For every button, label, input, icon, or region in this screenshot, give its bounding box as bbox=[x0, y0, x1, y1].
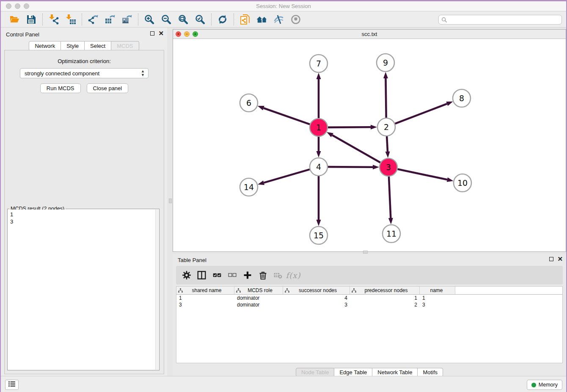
tab-mcds[interactable]: MCDS bbox=[111, 41, 139, 51]
graph-node-14[interactable]: 14 bbox=[240, 178, 258, 196]
graph-node-7[interactable]: 7 bbox=[310, 55, 328, 72]
show-columns-icon[interactable] bbox=[195, 269, 208, 282]
run-mcds-button[interactable]: Run MCDS bbox=[40, 83, 81, 93]
graph-edge-3-11[interactable] bbox=[388, 177, 393, 224]
table-row[interactable]: 3dominator323 bbox=[176, 301, 562, 308]
svg-text:11: 11 bbox=[386, 229, 396, 238]
open-file-icon[interactable] bbox=[6, 13, 23, 26]
unselect-all-columns-icon[interactable] bbox=[226, 269, 239, 282]
tab-edge-table[interactable]: Edge Table bbox=[334, 368, 372, 377]
clone-network-icon[interactable] bbox=[237, 13, 253, 26]
graph-edge-3-10[interactable] bbox=[398, 169, 454, 182]
zoom-selected-icon[interactable] bbox=[192, 13, 209, 26]
graph-node-9[interactable]: 9 bbox=[377, 54, 394, 72]
task-history-button[interactable] bbox=[5, 380, 19, 390]
delete-rows-icon[interactable] bbox=[256, 269, 269, 282]
graph-edge-2-3[interactable] bbox=[385, 136, 390, 158]
graph-node-8[interactable]: 8 bbox=[453, 89, 471, 107]
mcds-result-item: 3 bbox=[10, 218, 153, 225]
graph-node-1[interactable]: 1 bbox=[310, 119, 328, 136]
svg-text:1: 1 bbox=[316, 123, 321, 132]
splitter-grip-horizontal[interactable] bbox=[363, 251, 368, 254]
search-input[interactable] bbox=[447, 15, 561, 24]
hierarchy-icon bbox=[285, 288, 289, 293]
table-panel-title: Table Panel bbox=[178, 257, 206, 263]
column-header-name[interactable]: name bbox=[420, 287, 455, 294]
svg-text:7: 7 bbox=[316, 59, 321, 68]
export-image-icon[interactable] bbox=[118, 13, 135, 26]
graph-edge-4-14[interactable] bbox=[258, 169, 310, 185]
graph-node-10[interactable]: 10 bbox=[454, 174, 471, 192]
table-body: 1dominator4113dominator323 bbox=[176, 295, 562, 308]
table-cell: 3 bbox=[420, 301, 455, 308]
mcds-result-list[interactable]: 13 bbox=[8, 210, 155, 370]
table-cell: 3 bbox=[176, 301, 234, 308]
graph-edge-2-8[interactable] bbox=[395, 102, 453, 124]
tab-motifs[interactable]: Motifs bbox=[418, 368, 443, 377]
table-header-row: shared nameMCDS rolesuccessor nodesprede… bbox=[176, 287, 562, 295]
tab-style[interactable]: Style bbox=[61, 41, 85, 51]
table-footer-strip bbox=[176, 363, 563, 368]
table-cell: 1 bbox=[420, 295, 455, 301]
column-header-shared-name[interactable]: shared name bbox=[176, 287, 234, 294]
settings-gear-icon[interactable] bbox=[180, 269, 193, 282]
column-header-successor-nodes[interactable]: successor nodes bbox=[283, 287, 350, 294]
export-table-icon[interactable] bbox=[102, 13, 118, 26]
svg-text:14: 14 bbox=[244, 182, 254, 192]
graph-edge-1-7[interactable] bbox=[317, 73, 321, 118]
network-canvas[interactable]: 7968124314101511 bbox=[173, 39, 566, 251]
graph-edge-4-15[interactable] bbox=[317, 176, 321, 226]
search-field[interactable] bbox=[438, 15, 562, 25]
graph-edge-2-9[interactable] bbox=[383, 72, 388, 118]
float-panel-icon[interactable] bbox=[150, 31, 154, 36]
zoom-out-icon[interactable] bbox=[158, 13, 175, 26]
zoom-fit-icon[interactable] bbox=[175, 13, 192, 26]
search-icon bbox=[441, 17, 447, 23]
column-header-predecessor-nodes[interactable]: predecessor nodes bbox=[350, 287, 420, 294]
graph-edge-1-4[interactable] bbox=[317, 137, 321, 157]
graph-edge-1-6[interactable] bbox=[258, 106, 310, 124]
table-row[interactable]: 1dominator411 bbox=[176, 295, 562, 301]
graph-node-15[interactable]: 15 bbox=[310, 226, 328, 244]
optimization-criterion-select[interactable]: strongly connected component ▲▼ bbox=[20, 68, 149, 78]
tab-node-table[interactable]: Node Table bbox=[296, 368, 335, 377]
graph-node-4[interactable]: 4 bbox=[310, 158, 328, 176]
close-panel-button[interactable]: Close panel bbox=[87, 83, 129, 93]
close-table-panel-icon[interactable]: ✕ bbox=[557, 257, 563, 261]
svg-text:9: 9 bbox=[383, 58, 388, 67]
delete-table-icon bbox=[272, 269, 284, 282]
graph-node-2[interactable]: 2 bbox=[377, 118, 395, 136]
graph-edge-4-3[interactable] bbox=[328, 165, 379, 169]
save-session-icon[interactable] bbox=[23, 13, 40, 26]
graph-node-6[interactable]: 6 bbox=[240, 94, 258, 112]
import-table-icon[interactable] bbox=[62, 13, 79, 26]
column-header-MCDS-role[interactable]: MCDS role bbox=[234, 287, 283, 294]
refresh-layout-icon[interactable] bbox=[214, 13, 231, 26]
splitter-grip-vertical[interactable] bbox=[169, 199, 172, 203]
graph-node-11[interactable]: 11 bbox=[383, 225, 400, 243]
network-window-titlebar: × – + scc.txt bbox=[173, 30, 566, 39]
graph-edge-1-2[interactable] bbox=[328, 125, 377, 130]
float-table-panel-icon[interactable] bbox=[549, 257, 553, 261]
select-all-columns-icon[interactable] bbox=[211, 269, 223, 282]
table-panel: Table Panel ✕ f(x) shared nameMCDS roles… bbox=[173, 254, 566, 377]
table-cell: 3 bbox=[283, 301, 350, 308]
tab-select[interactable]: Select bbox=[85, 41, 111, 51]
hide-selected-icon[interactable] bbox=[270, 13, 287, 26]
export-network-icon[interactable] bbox=[85, 13, 102, 26]
graph-edge-3-1[interactable] bbox=[327, 132, 380, 163]
tab-network[interactable]: Network bbox=[29, 41, 61, 51]
tab-network-table[interactable]: Network Table bbox=[372, 368, 418, 377]
zoom-in-icon[interactable] bbox=[141, 13, 158, 26]
toolbar-separator bbox=[42, 14, 43, 25]
memory-button[interactable]: Memory bbox=[527, 380, 562, 390]
result-scrollbar[interactable] bbox=[155, 210, 159, 370]
hierarchy-icon bbox=[236, 288, 241, 293]
import-network-icon[interactable] bbox=[45, 13, 62, 26]
first-neighbors-icon[interactable] bbox=[253, 13, 270, 26]
add-column-icon[interactable] bbox=[241, 269, 254, 282]
close-panel-icon[interactable]: ✕ bbox=[158, 31, 164, 36]
graph-node-3[interactable]: 3 bbox=[380, 158, 397, 176]
status-bar: Memory bbox=[1, 376, 566, 392]
memory-status-icon bbox=[531, 383, 536, 387]
